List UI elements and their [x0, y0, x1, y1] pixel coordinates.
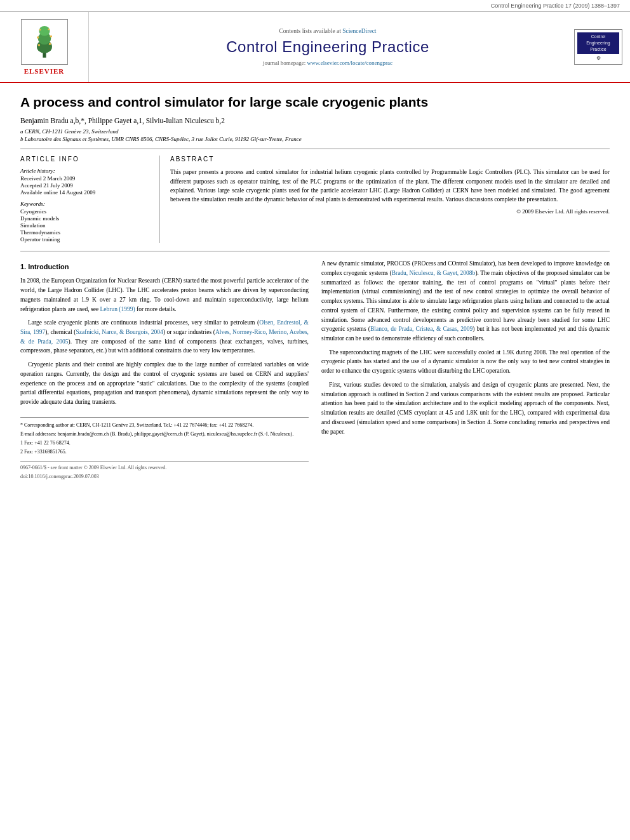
info-abstract-row: ARTICLE INFO Article history: Received 2… — [20, 156, 610, 243]
affiliation-b: b Laboratoire des Signaux et Systèmes, U… — [20, 136, 610, 142]
history-label: Article history: — [20, 168, 152, 174]
body-col-right: A new dynamic simulator, PROCOS (PROcess… — [321, 259, 610, 481]
footnote-1: 1 Fax: +41 22 76 68274. — [20, 439, 309, 447]
divider-1 — [20, 149, 610, 149]
logo-box-line1: Control — [580, 34, 617, 40]
right-para3: First, various studies devoted to the si… — [321, 380, 610, 436]
ref-alves[interactable]: Alves, Normey-Rico, Merino, Acebes, & de… — [20, 329, 309, 345]
affiliations: a CERN, CH-1211 Genève 23, Switzerland b… — [20, 128, 610, 142]
authors: Benjamin Bradu a,b,*, Philippe Gayet a,1… — [20, 117, 610, 124]
article-info-heading: ARTICLE INFO — [20, 156, 152, 163]
top-banner: ELSEVIER Contents lists available at Sci… — [0, 12, 630, 83]
abstract-heading: ABSTRACT — [170, 156, 610, 163]
journal-title: Control Engineering Practice — [226, 38, 429, 56]
keywords-label: Keywords: — [20, 201, 152, 207]
affiliation-a: a CERN, CH-1211 Genève 23, Switzerland — [20, 128, 610, 135]
article-content: A process and control simulator for larg… — [0, 83, 630, 491]
logo-box-line3: Practice — [580, 46, 617, 53]
intro-heading: 1. Introduction — [20, 262, 309, 272]
footnote-2: 2 Fax: +33169851765. — [20, 448, 309, 456]
received-date: Received 2 March 2009 — [20, 175, 152, 182]
article-history: Article history: Received 2 March 2009 A… — [20, 168, 152, 196]
ref-lebrun[interactable]: Lebrun (1999) — [100, 306, 135, 312]
journal-logo-right: Control Engineering Practice ⚙ — [566, 12, 630, 82]
abstract-body: This paper presents a process and contro… — [170, 168, 610, 204]
online-date: Available online 14 August 2009 — [20, 189, 152, 196]
abstract-text: This paper presents a process and contro… — [170, 168, 610, 217]
abstract-col: ABSTRACT This paper presents a process a… — [170, 156, 610, 243]
journal-logo-box: Control Engineering Practice ⚙ — [574, 29, 622, 65]
keyword-1: Cryogenics — [20, 208, 152, 215]
page: Control Engineering Practice 17 (2009) 1… — [0, 0, 630, 491]
journal-header: Control Engineering Practice 17 (2009) 1… — [0, 0, 630, 12]
sciencedirect-link[interactable]: ScienceDirect — [342, 28, 376, 34]
journal-homepage: journal homepage: www.elsevier.com/locat… — [263, 60, 392, 66]
intro-para1: In 2008, the European Organization for N… — [20, 276, 309, 314]
keyword-4: Thermodynamics — [20, 229, 152, 236]
right-para1: A new dynamic simulator, PROCOS (PROcess… — [321, 259, 610, 343]
ref-szafnicki[interactable]: Szafnicki, Narce, & Bourgois, 2004 — [76, 329, 163, 335]
svg-point-7 — [50, 36, 51, 37]
copyright: © 2009 Elsevier Ltd. All rights reserved… — [170, 208, 610, 217]
issn-text: 0967-0661/$ - see front matter © 2009 El… — [20, 464, 166, 472]
body-col-left: 1. Introduction In 2008, the European Or… — [20, 259, 309, 481]
footnote-corresponding: * Corresponding author at: CERN, CH-1211… — [20, 422, 309, 429]
svg-point-8 — [39, 29, 41, 31]
keyword-5: Operator training — [20, 236, 152, 243]
elsevier-tree-icon — [25, 22, 64, 60]
homepage-link[interactable]: www.elsevier.com/locate/conengprac — [307, 60, 392, 66]
svg-point-5 — [48, 43, 50, 45]
keywords-section: Keywords: Cryogenics Dynamic models Simu… — [20, 201, 152, 243]
logo-box-line2: Engineering — [580, 40, 617, 46]
ref-blanco[interactable]: Blanco, de Prada, Cristea, & Casas, 2009 — [370, 326, 473, 332]
bottom-bar: 0967-0661/$ - see front matter © 2009 El… — [20, 461, 309, 472]
sciencedirect-label: Contents lists available at ScienceDirec… — [279, 28, 376, 34]
article-title: A process and control simulator for larg… — [20, 93, 610, 110]
elsevier-logo-box — [21, 19, 68, 65]
keyword-2: Dynamic models — [20, 215, 152, 222]
svg-point-6 — [37, 36, 39, 38]
logo-box-icon: ⚙ — [577, 55, 619, 62]
body-columns: 1. Introduction In 2008, the European Or… — [20, 259, 610, 481]
intro-para3: Cryogenic plants and their control are h… — [20, 360, 309, 407]
svg-point-4 — [37, 44, 39, 46]
article-info-col: ARTICLE INFO Article history: Received 2… — [20, 156, 160, 243]
svg-point-3 — [39, 26, 50, 36]
divider-2 — [20, 251, 610, 251]
journal-info: Control Engineering Practice 17 (2009) 1… — [10, 3, 620, 9]
journal-center: Contents lists available at ScienceDirec… — [89, 12, 566, 82]
elsevier-brand-text: ELSEVIER — [24, 67, 65, 75]
footnote-email: E-mail addresses: benjamin.bradu@cern.ch… — [20, 430, 309, 438]
ref-bradu[interactable]: Bradu, Niculescu, & Gayet, 2008b — [392, 270, 476, 276]
footnotes-area: * Corresponding author at: CERN, CH-1211… — [20, 417, 309, 456]
keyword-3: Simulation — [20, 222, 152, 229]
elsevier-logo-area: ELSEVIER — [0, 12, 89, 82]
right-para2: The superconducting magnets of the LHC w… — [321, 348, 610, 376]
intro-para2: Large scale cryogenic plants are continu… — [20, 318, 309, 356]
svg-point-9 — [48, 29, 50, 30]
doi-text: doi:10.1016/j.conengprac.2009.07.003 — [20, 472, 309, 481]
accepted-date: Accepted 21 July 2009 — [20, 182, 152, 189]
